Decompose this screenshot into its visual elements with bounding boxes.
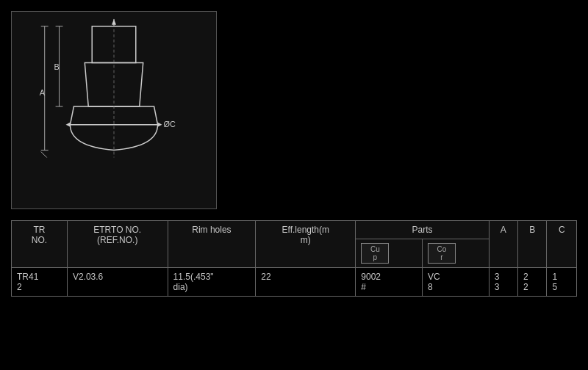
diagram-area: A B ØC [11, 11, 217, 209]
cell-etrto-no: V2.03.6 [67, 268, 168, 297]
svg-text:ØC: ØC [163, 120, 175, 128]
svg-text:A: A [40, 88, 46, 97]
cell-b: 2 2 [518, 268, 547, 297]
col-header-eff-length: Eff.length(m m) [256, 221, 356, 268]
cell-tr-no: TR41 2 [12, 268, 68, 297]
col-header-parts: Parts [356, 221, 489, 239]
cell-parts-col1: 9002 # [356, 268, 423, 297]
cell-c: 1 5 [547, 268, 577, 297]
col-header-tr-no: TR NO. [12, 221, 68, 268]
table-row: TR41 2 V2.03.6 11.5(.453" dia) 22 9002 # [12, 268, 577, 297]
cell-rim-holes: 11.5(.453" dia) [168, 268, 256, 297]
col-header-etrto: ETRTO NO. (REF.NO.) [67, 221, 168, 268]
cell-eff-length: 22 [256, 268, 356, 297]
col-header-c: C [547, 221, 577, 268]
data-table: TR NO. ETRTO NO. (REF.NO.) Rim holes Eff… [11, 220, 577, 297]
col-header-a: A [489, 221, 517, 268]
svg-text:B: B [54, 62, 60, 71]
col-header-rim-holes: Rim holes [168, 221, 256, 268]
parts-sub-core: Cor [423, 239, 490, 268]
col-header-b: B [518, 221, 547, 268]
page-wrapper: A B ØC TR NO. [0, 0, 588, 370]
technical-drawing: A B ØC [12, 12, 216, 208]
cell-parts-col2: VC 8 [423, 268, 490, 297]
parts-sub-cup: Cup [356, 239, 423, 268]
table-wrapper: TR NO. ETRTO NO. (REF.NO.) Rim holes Eff… [11, 220, 577, 363]
cell-a: 3 3 [489, 268, 517, 297]
